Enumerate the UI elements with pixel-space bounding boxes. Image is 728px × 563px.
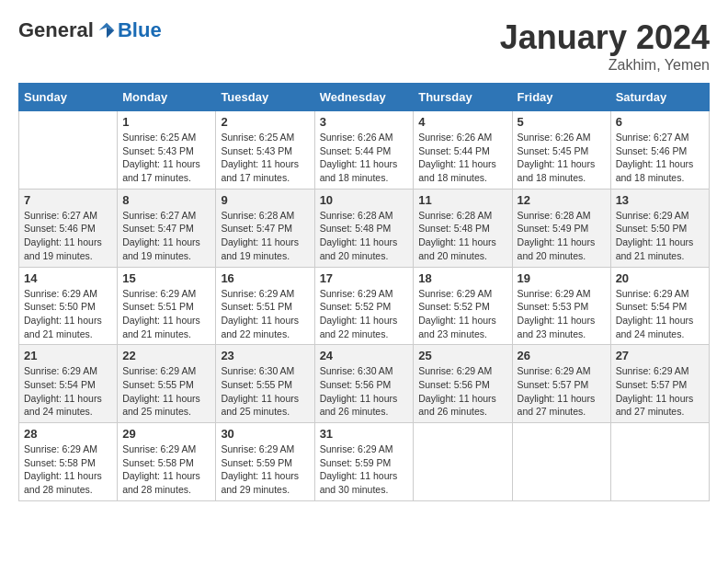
calendar-cell: 26Sunrise: 6:29 AMSunset: 5:57 PMDayligh… (512, 345, 610, 423)
day-info: Sunrise: 6:29 AMSunset: 5:59 PMDaylight:… (320, 442, 409, 497)
calendar-cell: 7Sunrise: 6:27 AMSunset: 5:46 PMDaylight… (19, 189, 118, 267)
day-number: 6 (616, 115, 704, 129)
day-info: Sunrise: 6:27 AMSunset: 5:46 PMDaylight:… (24, 209, 112, 263)
day-number: 20 (616, 271, 704, 285)
day-number: 31 (320, 427, 409, 441)
logo-blue-text: Blue (118, 18, 162, 42)
calendar-cell: 24Sunrise: 6:30 AMSunset: 5:56 PMDayligh… (314, 345, 414, 423)
day-info: Sunrise: 6:29 AMSunset: 5:52 PMDaylight:… (320, 287, 409, 341)
day-header-monday: Monday (118, 84, 216, 111)
day-info: Sunrise: 6:26 AMSunset: 5:44 PMDaylight:… (320, 131, 409, 185)
day-number: 4 (418, 115, 506, 129)
calendar-cell: 28Sunrise: 6:29 AMSunset: 5:58 PMDayligh… (19, 423, 118, 501)
day-number: 5 (518, 115, 606, 129)
day-info: Sunrise: 6:29 AMSunset: 5:53 PMDaylight:… (518, 287, 606, 341)
day-number: 8 (122, 193, 210, 207)
day-number: 19 (518, 271, 606, 285)
calendar-week-row: 28Sunrise: 6:29 AMSunset: 5:58 PMDayligh… (19, 423, 710, 501)
calendar-cell: 19Sunrise: 6:29 AMSunset: 5:53 PMDayligh… (512, 267, 610, 345)
calendar-week-row: 21Sunrise: 6:29 AMSunset: 5:54 PMDayligh… (19, 345, 710, 423)
day-info: Sunrise: 6:25 AMSunset: 5:43 PMDaylight:… (122, 131, 210, 185)
calendar-cell: 3Sunrise: 6:26 AMSunset: 5:44 PMDaylight… (314, 111, 414, 190)
day-info: Sunrise: 6:29 AMSunset: 5:57 PMDaylight:… (518, 364, 606, 419)
day-header-friday: Friday (512, 84, 610, 111)
day-number: 29 (122, 427, 210, 441)
title-area: January 2024 Zakhim, Yemen (500, 18, 710, 74)
day-number: 18 (418, 271, 506, 285)
day-info: Sunrise: 6:29 AMSunset: 5:57 PMDaylight:… (616, 364, 704, 419)
day-number: 1 (122, 115, 210, 129)
day-number: 7 (24, 193, 112, 207)
day-info: Sunrise: 6:28 AMSunset: 5:47 PMDaylight:… (221, 209, 309, 263)
calendar-cell: 9Sunrise: 6:28 AMSunset: 5:47 PMDaylight… (216, 189, 314, 267)
calendar-cell: 27Sunrise: 6:29 AMSunset: 5:57 PMDayligh… (610, 345, 709, 423)
day-info: Sunrise: 6:29 AMSunset: 5:55 PMDaylight:… (122, 364, 210, 419)
day-info: Sunrise: 6:26 AMSunset: 5:45 PMDaylight:… (518, 131, 606, 185)
calendar-cell: 5Sunrise: 6:26 AMSunset: 5:45 PMDaylight… (512, 111, 610, 190)
day-info: Sunrise: 6:27 AMSunset: 5:47 PMDaylight:… (122, 209, 210, 263)
logo-general-text: General (18, 18, 94, 42)
calendar-cell: 2Sunrise: 6:25 AMSunset: 5:43 PMDaylight… (216, 111, 314, 190)
day-info: Sunrise: 6:28 AMSunset: 5:48 PMDaylight:… (418, 209, 506, 263)
calendar-cell: 18Sunrise: 6:29 AMSunset: 5:52 PMDayligh… (414, 267, 512, 345)
page-header: General Blue January 2024 Zakhim, Yemen (18, 18, 710, 74)
calendar-cell: 15Sunrise: 6:29 AMSunset: 5:51 PMDayligh… (118, 267, 216, 345)
day-number: 11 (418, 193, 506, 207)
calendar-cell: 16Sunrise: 6:29 AMSunset: 5:51 PMDayligh… (216, 267, 314, 345)
day-info: Sunrise: 6:29 AMSunset: 5:51 PMDaylight:… (221, 287, 309, 341)
day-header-sunday: Sunday (19, 84, 118, 111)
day-info: Sunrise: 6:28 AMSunset: 5:49 PMDaylight:… (518, 209, 606, 263)
day-number: 21 (24, 349, 112, 362)
calendar-week-row: 1Sunrise: 6:25 AMSunset: 5:43 PMDaylight… (19, 111, 710, 190)
calendar-cell (512, 423, 610, 501)
day-number: 28 (24, 427, 112, 441)
calendar-cell: 1Sunrise: 6:25 AMSunset: 5:43 PMDaylight… (118, 111, 216, 190)
calendar-cell: 21Sunrise: 6:29 AMSunset: 5:54 PMDayligh… (19, 345, 118, 423)
day-number: 3 (320, 115, 409, 129)
logo-icon (97, 21, 116, 40)
day-info: Sunrise: 6:26 AMSunset: 5:44 PMDaylight:… (418, 131, 506, 185)
calendar-cell: 23Sunrise: 6:30 AMSunset: 5:55 PMDayligh… (216, 345, 314, 423)
day-number: 16 (221, 271, 309, 285)
logo: General Blue (18, 18, 162, 42)
calendar-week-row: 7Sunrise: 6:27 AMSunset: 5:46 PMDaylight… (19, 189, 710, 267)
day-number: 15 (122, 271, 210, 285)
calendar-week-row: 14Sunrise: 6:29 AMSunset: 5:50 PMDayligh… (19, 267, 710, 345)
calendar-cell: 25Sunrise: 6:29 AMSunset: 5:56 PMDayligh… (414, 345, 512, 423)
day-number: 25 (418, 349, 506, 362)
day-number: 26 (518, 349, 606, 362)
day-number: 23 (221, 349, 309, 362)
day-number: 22 (122, 349, 210, 362)
calendar-cell: 22Sunrise: 6:29 AMSunset: 5:55 PMDayligh… (118, 345, 216, 423)
calendar-cell: 31Sunrise: 6:29 AMSunset: 5:59 PMDayligh… (314, 423, 414, 501)
day-info: Sunrise: 6:29 AMSunset: 5:51 PMDaylight:… (122, 287, 210, 341)
day-number: 24 (320, 349, 409, 362)
day-info: Sunrise: 6:25 AMSunset: 5:43 PMDaylight:… (221, 131, 309, 185)
day-header-saturday: Saturday (610, 84, 709, 111)
calendar-cell: 20Sunrise: 6:29 AMSunset: 5:54 PMDayligh… (610, 267, 709, 345)
day-info: Sunrise: 6:30 AMSunset: 5:55 PMDaylight:… (221, 364, 309, 419)
day-info: Sunrise: 6:29 AMSunset: 5:56 PMDaylight:… (418, 364, 506, 419)
day-info: Sunrise: 6:29 AMSunset: 5:54 PMDaylight:… (616, 287, 704, 341)
calendar-cell: 30Sunrise: 6:29 AMSunset: 5:59 PMDayligh… (216, 423, 314, 501)
day-info: Sunrise: 6:29 AMSunset: 5:58 PMDaylight:… (122, 442, 210, 497)
day-info: Sunrise: 6:29 AMSunset: 5:52 PMDaylight:… (418, 287, 506, 341)
calendar-cell: 14Sunrise: 6:29 AMSunset: 5:50 PMDayligh… (19, 267, 118, 345)
calendar-cell: 6Sunrise: 6:27 AMSunset: 5:46 PMDaylight… (610, 111, 709, 190)
calendar-cell (610, 423, 709, 501)
day-info: Sunrise: 6:28 AMSunset: 5:48 PMDaylight:… (320, 209, 409, 263)
location-subtitle: Zakhim, Yemen (500, 57, 710, 74)
day-number: 27 (616, 349, 704, 362)
day-info: Sunrise: 6:30 AMSunset: 5:56 PMDaylight:… (320, 364, 409, 419)
calendar-cell: 11Sunrise: 6:28 AMSunset: 5:48 PMDayligh… (414, 189, 512, 267)
day-info: Sunrise: 6:29 AMSunset: 5:50 PMDaylight:… (24, 287, 112, 341)
day-info: Sunrise: 6:27 AMSunset: 5:46 PMDaylight:… (616, 131, 704, 185)
day-number: 17 (320, 271, 409, 285)
day-number: 14 (24, 271, 112, 285)
calendar-cell: 29Sunrise: 6:29 AMSunset: 5:58 PMDayligh… (118, 423, 216, 501)
day-header-tuesday: Tuesday (216, 84, 314, 111)
day-number: 10 (320, 193, 409, 207)
day-number: 2 (221, 115, 309, 129)
calendar-cell (19, 111, 118, 190)
day-info: Sunrise: 6:29 AMSunset: 5:50 PMDaylight:… (616, 209, 704, 263)
